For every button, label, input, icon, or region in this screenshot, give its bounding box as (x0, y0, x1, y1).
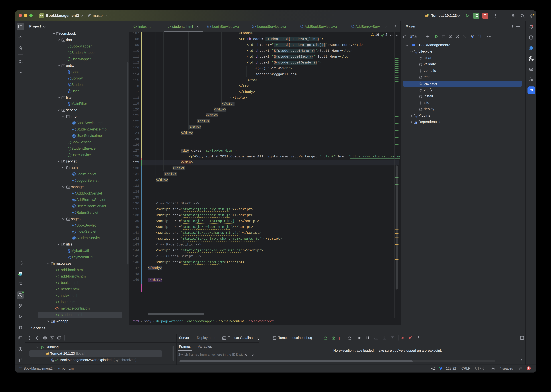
svg-text:?: ? (21, 48, 22, 49)
